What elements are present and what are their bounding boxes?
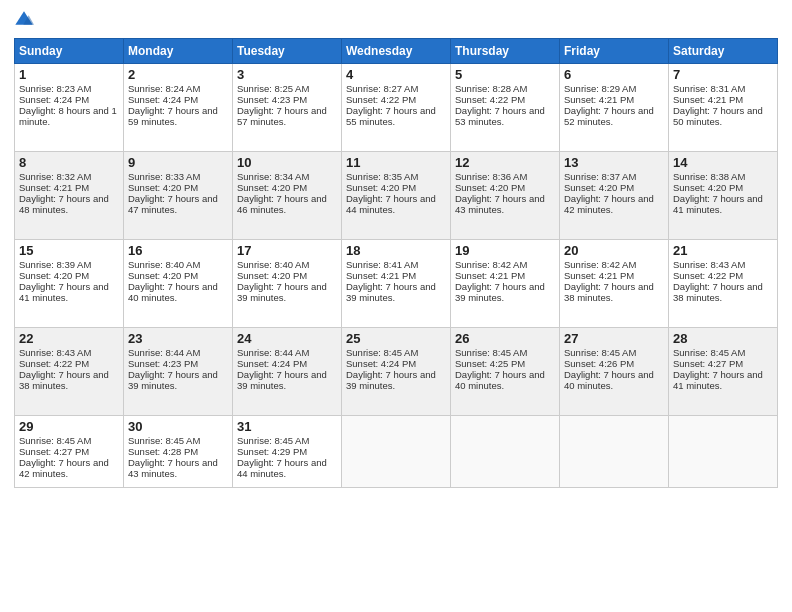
sunrise-text: Sunrise: 8:31 AM — [673, 83, 773, 94]
calendar-header-wednesday: Wednesday — [342, 39, 451, 64]
sunrise-text: Sunrise: 8:41 AM — [346, 259, 446, 270]
daylight-text: Daylight: 7 hours and 52 minutes. — [564, 105, 664, 127]
daylight-text: Daylight: 7 hours and 43 minutes. — [128, 457, 228, 479]
sunset-text: Sunset: 4:28 PM — [128, 446, 228, 457]
calendar-cell: 1Sunrise: 8:23 AMSunset: 4:24 PMDaylight… — [15, 64, 124, 152]
sunrise-text: Sunrise: 8:42 AM — [564, 259, 664, 270]
calendar-cell: 3Sunrise: 8:25 AMSunset: 4:23 PMDaylight… — [233, 64, 342, 152]
calendar-cell: 19Sunrise: 8:42 AMSunset: 4:21 PMDayligh… — [451, 240, 560, 328]
calendar-cell: 8Sunrise: 8:32 AMSunset: 4:21 PMDaylight… — [15, 152, 124, 240]
day-number: 21 — [673, 243, 773, 258]
daylight-text: Daylight: 7 hours and 39 minutes. — [346, 369, 446, 391]
calendar-week-row: 1Sunrise: 8:23 AMSunset: 4:24 PMDaylight… — [15, 64, 778, 152]
daylight-text: Daylight: 7 hours and 41 minutes. — [673, 193, 773, 215]
sunrise-text: Sunrise: 8:28 AM — [455, 83, 555, 94]
daylight-text: Daylight: 7 hours and 41 minutes. — [673, 369, 773, 391]
daylight-text: Daylight: 7 hours and 39 minutes. — [346, 281, 446, 303]
day-number: 6 — [564, 67, 664, 82]
daylight-text: Daylight: 7 hours and 53 minutes. — [455, 105, 555, 127]
day-number: 29 — [19, 419, 119, 434]
calendar-cell: 30Sunrise: 8:45 AMSunset: 4:28 PMDayligh… — [124, 416, 233, 488]
sunrise-text: Sunrise: 8:24 AM — [128, 83, 228, 94]
sunset-text: Sunset: 4:20 PM — [128, 182, 228, 193]
sunrise-text: Sunrise: 8:43 AM — [673, 259, 773, 270]
sunrise-text: Sunrise: 8:45 AM — [237, 435, 337, 446]
sunset-text: Sunset: 4:20 PM — [346, 182, 446, 193]
calendar-cell: 24Sunrise: 8:44 AMSunset: 4:24 PMDayligh… — [233, 328, 342, 416]
sunrise-text: Sunrise: 8:40 AM — [237, 259, 337, 270]
calendar-cell — [342, 416, 451, 488]
day-number: 1 — [19, 67, 119, 82]
day-number: 11 — [346, 155, 446, 170]
calendar-cell: 13Sunrise: 8:37 AMSunset: 4:20 PMDayligh… — [560, 152, 669, 240]
calendar-week-row: 8Sunrise: 8:32 AMSunset: 4:21 PMDaylight… — [15, 152, 778, 240]
day-number: 13 — [564, 155, 664, 170]
calendar-cell: 25Sunrise: 8:45 AMSunset: 4:24 PMDayligh… — [342, 328, 451, 416]
sunset-text: Sunset: 4:21 PM — [19, 182, 119, 193]
calendar-table: SundayMondayTuesdayWednesdayThursdayFrid… — [14, 38, 778, 488]
sunset-text: Sunset: 4:24 PM — [19, 94, 119, 105]
sunrise-text: Sunrise: 8:23 AM — [19, 83, 119, 94]
calendar-cell: 18Sunrise: 8:41 AMSunset: 4:21 PMDayligh… — [342, 240, 451, 328]
sunset-text: Sunset: 4:24 PM — [346, 358, 446, 369]
sunrise-text: Sunrise: 8:32 AM — [19, 171, 119, 182]
sunset-text: Sunset: 4:20 PM — [455, 182, 555, 193]
calendar-header-monday: Monday — [124, 39, 233, 64]
day-number: 23 — [128, 331, 228, 346]
logo — [14, 10, 38, 30]
sunset-text: Sunset: 4:20 PM — [237, 182, 337, 193]
daylight-text: Daylight: 7 hours and 46 minutes. — [237, 193, 337, 215]
day-number: 7 — [673, 67, 773, 82]
day-number: 24 — [237, 331, 337, 346]
daylight-text: Daylight: 7 hours and 48 minutes. — [19, 193, 119, 215]
calendar-cell: 27Sunrise: 8:45 AMSunset: 4:26 PMDayligh… — [560, 328, 669, 416]
day-number: 26 — [455, 331, 555, 346]
calendar-week-row: 29Sunrise: 8:45 AMSunset: 4:27 PMDayligh… — [15, 416, 778, 488]
day-number: 14 — [673, 155, 773, 170]
daylight-text: Daylight: 7 hours and 42 minutes. — [19, 457, 119, 479]
daylight-text: Daylight: 7 hours and 39 minutes. — [237, 281, 337, 303]
day-number: 3 — [237, 67, 337, 82]
sunset-text: Sunset: 4:22 PM — [19, 358, 119, 369]
sunset-text: Sunset: 4:25 PM — [455, 358, 555, 369]
sunset-text: Sunset: 4:20 PM — [564, 182, 664, 193]
sunset-text: Sunset: 4:24 PM — [128, 94, 228, 105]
day-number: 17 — [237, 243, 337, 258]
calendar-cell: 14Sunrise: 8:38 AMSunset: 4:20 PMDayligh… — [669, 152, 778, 240]
day-number: 8 — [19, 155, 119, 170]
daylight-text: Daylight: 7 hours and 44 minutes. — [237, 457, 337, 479]
daylight-text: Daylight: 7 hours and 42 minutes. — [564, 193, 664, 215]
sunrise-text: Sunrise: 8:38 AM — [673, 171, 773, 182]
sunrise-text: Sunrise: 8:27 AM — [346, 83, 446, 94]
header — [14, 10, 778, 30]
calendar-header-friday: Friday — [560, 39, 669, 64]
day-number: 31 — [237, 419, 337, 434]
daylight-text: Daylight: 7 hours and 55 minutes. — [346, 105, 446, 127]
sunrise-text: Sunrise: 8:39 AM — [19, 259, 119, 270]
sunrise-text: Sunrise: 8:45 AM — [564, 347, 664, 358]
page-container: SundayMondayTuesdayWednesdayThursdayFrid… — [0, 0, 792, 612]
day-number: 9 — [128, 155, 228, 170]
sunset-text: Sunset: 4:23 PM — [237, 94, 337, 105]
daylight-text: Daylight: 7 hours and 38 minutes. — [564, 281, 664, 303]
calendar-cell: 11Sunrise: 8:35 AMSunset: 4:20 PMDayligh… — [342, 152, 451, 240]
calendar-header-saturday: Saturday — [669, 39, 778, 64]
day-number: 27 — [564, 331, 664, 346]
calendar-cell: 7Sunrise: 8:31 AMSunset: 4:21 PMDaylight… — [669, 64, 778, 152]
calendar-cell: 15Sunrise: 8:39 AMSunset: 4:20 PMDayligh… — [15, 240, 124, 328]
sunrise-text: Sunrise: 8:25 AM — [237, 83, 337, 94]
calendar-week-row: 15Sunrise: 8:39 AMSunset: 4:20 PMDayligh… — [15, 240, 778, 328]
daylight-text: Daylight: 7 hours and 38 minutes. — [19, 369, 119, 391]
day-number: 20 — [564, 243, 664, 258]
sunset-text: Sunset: 4:26 PM — [564, 358, 664, 369]
sunset-text: Sunset: 4:20 PM — [673, 182, 773, 193]
daylight-text: Daylight: 7 hours and 39 minutes. — [128, 369, 228, 391]
sunset-text: Sunset: 4:20 PM — [128, 270, 228, 281]
sunset-text: Sunset: 4:21 PM — [564, 270, 664, 281]
calendar-cell: 31Sunrise: 8:45 AMSunset: 4:29 PMDayligh… — [233, 416, 342, 488]
daylight-text: Daylight: 7 hours and 59 minutes. — [128, 105, 228, 127]
sunrise-text: Sunrise: 8:40 AM — [128, 259, 228, 270]
daylight-text: Daylight: 7 hours and 40 minutes. — [455, 369, 555, 391]
calendar-cell — [560, 416, 669, 488]
daylight-text: Daylight: 7 hours and 57 minutes. — [237, 105, 337, 127]
